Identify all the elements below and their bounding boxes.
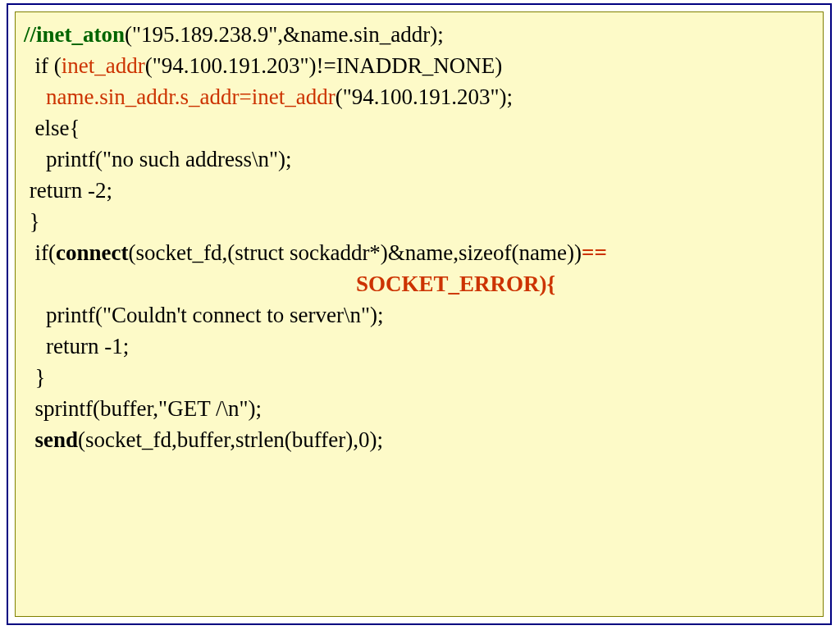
- token-plain: (socket_fd,buffer,strlen(buffer),0);: [78, 427, 383, 452]
- token-fn-bold: connect: [56, 240, 128, 265]
- code-line-2: if (inet_addr("94.100.191.203")!=INADDR_…: [24, 50, 815, 81]
- code-line-3: name.sin_addr.s_addr=inet_addr("94.100.1…: [24, 81, 815, 112]
- token-fn: inet_addr: [62, 53, 145, 78]
- token-const: SOCKET_ERROR){: [24, 272, 555, 296]
- code-line-13: }: [24, 362, 815, 393]
- token-plain: [24, 427, 35, 452]
- code-line-5: printf("no such address\n");: [24, 144, 815, 175]
- code-line-10: SOCKET_ERROR){: [24, 268, 815, 299]
- slide-frame: //inet_aton("195.189.238.9",&name.sin_ad…: [7, 3, 832, 625]
- token-expr: name.sin_addr.s_addr=inet_addr: [46, 84, 336, 109]
- code-line-11: printf("Couldn't connect to server\n");: [24, 299, 815, 331]
- code-line-14: sprintf(buffer,"GET /\n");: [24, 393, 815, 424]
- code-line-1: //inet_aton("195.189.238.9",&name.sin_ad…: [24, 19, 815, 50]
- token-plain: ("195.189.238.9",&name.sin_addr);: [125, 22, 444, 47]
- code-line-7: }: [24, 206, 815, 237]
- token-comment: //inet_aton: [24, 22, 125, 47]
- token-plain: if(: [24, 240, 56, 265]
- token-plain: ("94.100.191.203")!=INADDR_NONE): [145, 53, 502, 78]
- code-box: //inet_aton("195.189.238.9",&name.sin_ad…: [15, 11, 824, 617]
- token-plain: (socket_fd,(struct sockaddr*)&name,sizeo…: [128, 240, 582, 265]
- token-plain: if (: [24, 53, 62, 78]
- code-line-9: if(connect(socket_fd,(struct sockaddr*)&…: [24, 237, 815, 268]
- code-line-6: return -2;: [24, 175, 815, 206]
- code-line-16: send(socket_fd,buffer,strlen(buffer),0);: [24, 424, 815, 455]
- code-line-12: return -1;: [24, 331, 815, 362]
- token-plain: ("94.100.191.203");: [336, 84, 513, 109]
- token-fn-bold: send: [35, 427, 79, 452]
- code-line-4: else{: [24, 112, 815, 144]
- token-op: ==: [582, 240, 607, 265]
- token-plain: [24, 84, 46, 109]
